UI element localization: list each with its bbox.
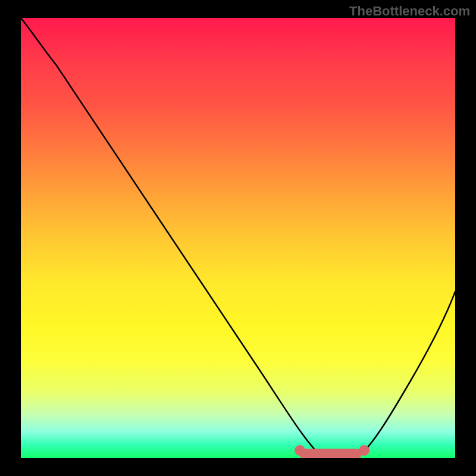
optimal-range-bar [299, 449, 362, 458]
plot-area [21, 18, 455, 458]
optimal-range-end-dot [359, 445, 369, 456]
curve-svg [21, 18, 455, 458]
watermark-text: TheBottleneck.com [349, 4, 470, 19]
bottleneck-curve-path [21, 18, 455, 456]
optimal-range-start-dot [295, 445, 305, 456]
